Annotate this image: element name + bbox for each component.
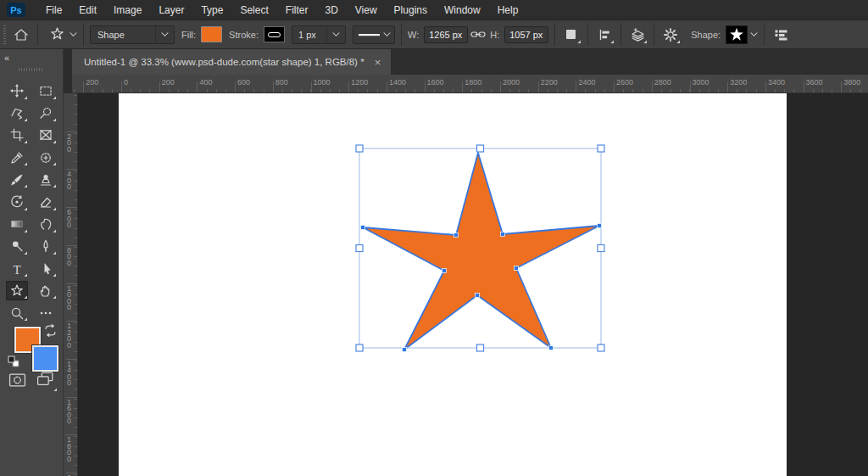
- transform-handle[interactable]: [356, 245, 363, 252]
- separator: [620, 24, 621, 46]
- quick-mask-button[interactable]: [8, 372, 26, 391]
- fill-swatch[interactable]: [201, 26, 222, 42]
- transform-handle[interactable]: [356, 145, 363, 152]
- stroke-type-dropdown[interactable]: [353, 25, 395, 44]
- panel-grip[interactable]: [19, 68, 44, 71]
- stroke-label: Stroke:: [229, 30, 259, 40]
- anchor-point[interactable]: [515, 266, 519, 271]
- tool-mode-dropdown[interactable]: Shape: [90, 25, 175, 44]
- path-operations-button[interactable]: [561, 25, 581, 45]
- anchor-point[interactable]: [549, 346, 554, 350]
- pen-tool-icon: [39, 239, 53, 253]
- transform-handle[interactable]: [598, 245, 604, 252]
- menu-plugins[interactable]: Plugins: [386, 0, 436, 20]
- canvas[interactable]: [119, 93, 787, 476]
- star-shape-layer[interactable]: [119, 93, 787, 476]
- close-tab-icon[interactable]: ×: [375, 57, 381, 68]
- solid-line-icon: [359, 33, 380, 36]
- separator: [83, 24, 84, 46]
- width-input[interactable]: 1265 px: [424, 26, 468, 43]
- pen-tool[interactable]: [35, 237, 57, 256]
- anchor-point[interactable]: [476, 294, 480, 298]
- custom-shape-tool[interactable]: [6, 281, 28, 300]
- stroke-width-dropdown[interactable]: 1 px: [292, 25, 346, 44]
- anchor-point[interactable]: [361, 226, 365, 230]
- hand-tool-icon: [39, 284, 53, 298]
- star-shape-icon: [727, 26, 746, 42]
- toggle-properties-panel-button[interactable]: [771, 25, 791, 45]
- dodge-tool[interactable]: [6, 237, 28, 256]
- path-alignment-button[interactable]: [594, 25, 615, 45]
- path-selection-tool[interactable]: [35, 259, 57, 278]
- history-brush-tool-icon: [10, 195, 24, 209]
- menu-type[interactable]: Type: [192, 0, 231, 20]
- menu-window[interactable]: Window: [436, 0, 489, 20]
- anchor-point[interactable]: [454, 233, 459, 238]
- crop-tool[interactable]: [6, 126, 28, 145]
- collapse-panel-button[interactable]: «: [0, 49, 63, 63]
- anchor-point[interactable]: [442, 269, 447, 273]
- swap-colors-button[interactable]: [44, 324, 57, 340]
- move-tool[interactable]: [6, 81, 28, 101]
- transform-handle[interactable]: [598, 344, 604, 351]
- default-colors-button[interactable]: [8, 356, 20, 372]
- frame-tool[interactable]: [35, 126, 57, 145]
- anchor-point[interactable]: [598, 224, 602, 228]
- menu-select[interactable]: Select: [231, 0, 276, 20]
- home-button[interactable]: [11, 25, 31, 45]
- quick-mask-icon: [8, 372, 26, 388]
- edit-toolbar-ellipsis[interactable]: [35, 303, 57, 322]
- link-dimensions-button[interactable]: [468, 25, 488, 45]
- transform-handle[interactable]: [598, 145, 604, 152]
- frame-tool-icon: [39, 128, 53, 142]
- options-bar: Shape Fill: Stroke: 1 px W: 1265 px: [0, 20, 868, 49]
- transform-handle[interactable]: [356, 344, 363, 351]
- menu-edit[interactable]: Edit: [70, 0, 105, 20]
- menu-3d[interactable]: 3D: [316, 0, 346, 20]
- menu-view[interactable]: View: [347, 0, 386, 20]
- shape-preview[interactable]: [726, 25, 748, 44]
- zoom-tool[interactable]: [6, 303, 28, 322]
- panel-list-icon: [774, 28, 788, 42]
- gradient-tool[interactable]: [6, 215, 28, 234]
- brush-tool[interactable]: [6, 170, 28, 189]
- type-tool[interactable]: T: [6, 259, 28, 278]
- home-icon: [14, 28, 29, 42]
- menu-layer[interactable]: Layer: [150, 0, 192, 20]
- document-tab[interactable]: Untitled-1 @ 33.3% (www.psd-dude.com(sta…: [72, 49, 391, 75]
- menu-file[interactable]: File: [37, 0, 70, 20]
- history-brush-tool[interactable]: [6, 193, 28, 212]
- star-shape[interactable]: [363, 153, 599, 350]
- stroke-swatch[interactable]: [264, 26, 285, 42]
- screen-mode-button[interactable]: [36, 371, 55, 390]
- menu-image[interactable]: Image: [105, 0, 150, 20]
- anchor-point[interactable]: [501, 232, 505, 237]
- healing-brush-tool[interactable]: [35, 148, 57, 167]
- marquee-tool[interactable]: [35, 81, 57, 101]
- chevron-down-icon[interactable]: [70, 31, 77, 37]
- shape-settings-button[interactable]: [660, 25, 681, 45]
- transform-handle[interactable]: [477, 344, 484, 351]
- anchor-point[interactable]: [403, 348, 407, 352]
- quick-selection-tool[interactable]: [35, 104, 57, 123]
- tools-grid: T: [0, 80, 64, 324]
- type-tool-icon: T: [10, 262, 24, 276]
- background-color-swatch[interactable]: [32, 345, 58, 372]
- chevron-down-icon[interactable]: [750, 31, 758, 37]
- path-arrangement-button[interactable]: [627, 25, 648, 45]
- options-bar-grip[interactable]: [3, 25, 8, 44]
- menu-help[interactable]: Help: [489, 0, 527, 20]
- height-input[interactable]: 1057 px: [504, 26, 548, 43]
- menu-bar: Ps FileEditImageLayerTypeSelectFilter3DV…: [0, 0, 868, 20]
- clone-stamp-tool[interactable]: [35, 170, 57, 189]
- eraser-tool[interactable]: [35, 193, 57, 212]
- width-label: W:: [408, 30, 419, 40]
- smudge-tool[interactable]: [35, 215, 57, 234]
- lasso-tool[interactable]: [6, 104, 28, 123]
- separator: [587, 24, 588, 46]
- custom-shape-tool-button[interactable]: [44, 25, 70, 45]
- eyedropper-tool[interactable]: [6, 148, 28, 167]
- transform-handle[interactable]: [477, 145, 484, 152]
- hand-tool[interactable]: [35, 281, 57, 300]
- menu-filter[interactable]: Filter: [277, 0, 317, 20]
